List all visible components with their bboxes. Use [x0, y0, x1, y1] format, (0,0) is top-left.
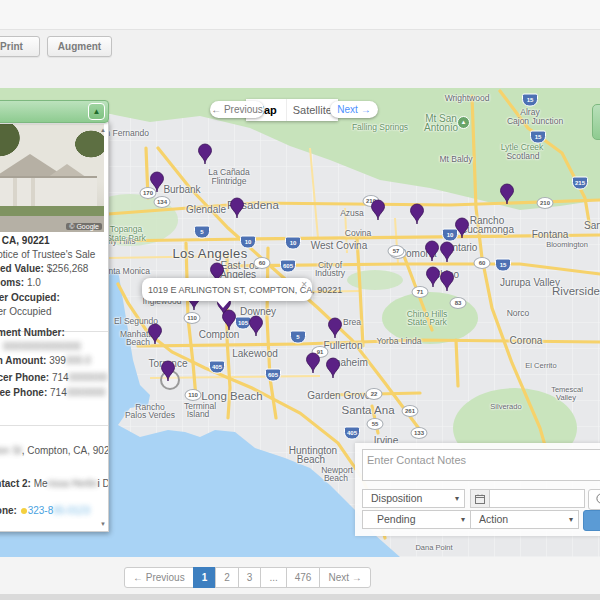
state-route-shield-icon: 133 — [411, 427, 428, 439]
toolbar-strip — [0, 0, 600, 30]
property-marker-icon[interactable] — [149, 171, 165, 193]
property-marker-icon[interactable] — [327, 317, 343, 339]
state-route-shield-icon: 22 — [366, 388, 383, 400]
property-marker-icon[interactable] — [409, 203, 425, 225]
state-route-shield-icon: 55 — [367, 418, 384, 430]
property-marker-icon[interactable] — [229, 197, 245, 219]
page: Export / Print Augment — [0, 0, 600, 600]
map-next-button[interactable]: Next → — [330, 101, 378, 118]
contact2-line: Contact 2: Merissa Herlini D — [0, 478, 109, 489]
property-marker-icon[interactable] — [370, 199, 386, 221]
date-input-group — [470, 489, 585, 508]
status-dot-icon — [21, 508, 27, 514]
interstate-shield-icon: 15 — [530, 131, 546, 144]
pagination-prev-button[interactable]: ← Previous — [124, 567, 194, 588]
property-marker-icon[interactable] — [439, 241, 455, 263]
interstate-shield-icon: 5 — [194, 226, 210, 239]
property-marker-icon[interactable] — [221, 309, 237, 331]
close-icon[interactable]: × — [301, 279, 307, 290]
property-marker-icon[interactable] — [248, 315, 264, 337]
pagination-page-2[interactable]: 2 — [215, 567, 239, 588]
state-route-shield-icon: 110 — [185, 389, 202, 401]
map-prev-button[interactable]: ← Previous — [210, 101, 264, 118]
pagination-next-button[interactable]: Next → — [319, 567, 370, 588]
action-select[interactable]: Action▾ — [470, 510, 579, 529]
scroll-up-icon[interactable]: ▲ — [100, 127, 106, 133]
top-toolbar: Export / Print Augment — [0, 0, 600, 89]
map-info-window: 1019 E ARLINGTON ST, COMPTON, CA, 90221 … — [142, 278, 312, 301]
calendar-icon — [471, 490, 490, 507]
sale-type-line: Sale Type: Notice of Trustee's Sale — [0, 249, 95, 260]
servicer-phone-line: Servicer Phone: 7140000000 — [0, 372, 108, 383]
pagination-page-3[interactable]: 3 — [238, 567, 262, 588]
mountain-poi-icon: ▲ — [457, 116, 470, 129]
bottom-strip — [0, 594, 600, 600]
state-route-shield-icon: 83 — [450, 297, 467, 309]
property-marker-icon[interactable] — [147, 323, 163, 345]
interstate-shield-icon: 10 — [285, 237, 301, 250]
submit-button[interactable] — [583, 510, 600, 531]
interstate-shield-icon: 5 — [290, 331, 306, 344]
property-marker-icon[interactable] — [499, 183, 515, 205]
divider2 — [0, 425, 109, 426]
augment-button[interactable]: Augment — [47, 36, 112, 57]
interstate-shield-icon: 15 — [495, 259, 511, 272]
property-marker-icon[interactable] — [305, 352, 321, 374]
state-route-shield-icon: 60 — [254, 257, 271, 269]
interstate-shield-icon: 605 — [265, 369, 281, 382]
export-print-button[interactable]: Export / Print — [0, 36, 40, 57]
right-panel-toggle[interactable] — [592, 104, 600, 140]
collapse-panel-button[interactable]: ▲ — [88, 103, 105, 120]
date-input[interactable] — [490, 490, 584, 507]
property-marker-icon[interactable] — [325, 357, 341, 379]
state-route-shield-icon: 110 — [184, 312, 201, 324]
pagination-page-1[interactable]: 1 — [193, 567, 217, 588]
time-picker-button[interactable] — [588, 489, 600, 510]
property-marker-icon[interactable] — [424, 240, 440, 262]
mailing-address-line: 1019 E Arlington St, Compton, CA, 90221- — [0, 445, 109, 456]
state-route-shield-icon: 210 — [537, 197, 554, 209]
owner-occupied-line: Owner Occupied: Owner Occupied — [0, 291, 83, 319]
state-route-shield-icon: 57 — [388, 245, 405, 257]
assessed-value-line: Assessed Value: $256,268 — [0, 263, 88, 274]
pagination: ← Previous 1 2 3 ... 476 Next → — [124, 567, 371, 588]
bathrooms-line: Bathrooms: 1.0 — [0, 277, 41, 288]
chevron-down-icon: ▾ — [569, 511, 573, 528]
state-route-shield-icon: 261 — [402, 405, 419, 417]
trustee-phone-line: Trustee Phone: 7140000000 — [0, 387, 106, 398]
chevron-down-icon: ▾ — [455, 490, 459, 507]
pagination-page-476[interactable]: 476 — [286, 567, 321, 588]
interstate-shield-icon: 405 — [344, 427, 360, 440]
property-marker-icon[interactable] — [454, 217, 470, 239]
property-photo: © Google — [0, 124, 104, 232]
disposition-select[interactable]: Disposition▾ — [362, 489, 465, 508]
interstate-shield-icon: 15 — [522, 94, 538, 107]
photo-lawn — [0, 206, 104, 216]
info-window-address: 1019 E ARLINGTON ST, COMPTON, CA, 90221 — [148, 285, 342, 295]
photo-post — [13, 178, 17, 206]
property-card: © Google ▲ ▼ 1019 E ARLINGTON ST, COMPTO… — [0, 121, 109, 532]
photo-post2 — [31, 178, 35, 206]
interstate-shield-icon: 10 — [240, 236, 256, 249]
pagination-ellipsis: ... — [260, 567, 286, 588]
contact-form-panel: Disposition▾ Pending▾ Action▾ — [355, 443, 600, 536]
interstate-shield-icon: 215 — [572, 177, 588, 190]
property-marker-icon[interactable] — [439, 270, 455, 292]
info-window-pointer — [216, 300, 230, 308]
interstate-shield-icon: 405 — [209, 361, 225, 374]
status-select[interactable]: Pending▾ — [362, 510, 471, 529]
state-route-shield-icon: 60 — [474, 257, 491, 269]
property-panel-header: ▲ — [0, 100, 109, 123]
photo-google-credit: © Google — [66, 223, 102, 230]
contact-notes-input[interactable] — [362, 449, 600, 481]
state-route-shield-icon: 134 — [154, 196, 171, 208]
interstate-shield-icon: 605 — [280, 260, 296, 273]
scroll-down-icon[interactable]: ▼ — [100, 521, 106, 527]
document-number-value: 00000000000000 — [3, 341, 81, 352]
property-marker-icon[interactable] — [197, 143, 213, 165]
document-number-line: Document Number: — [0, 327, 65, 338]
property-address: 1019 E ARLINGTON ST, COMPTON, CA, 90221 — [0, 235, 50, 246]
loan-amount-line: Loan Amount: 399000.0 — [0, 355, 91, 366]
contact-phone-line: Phone: 323-855-0123 — [0, 505, 90, 516]
property-marker-icon[interactable] — [160, 360, 176, 382]
